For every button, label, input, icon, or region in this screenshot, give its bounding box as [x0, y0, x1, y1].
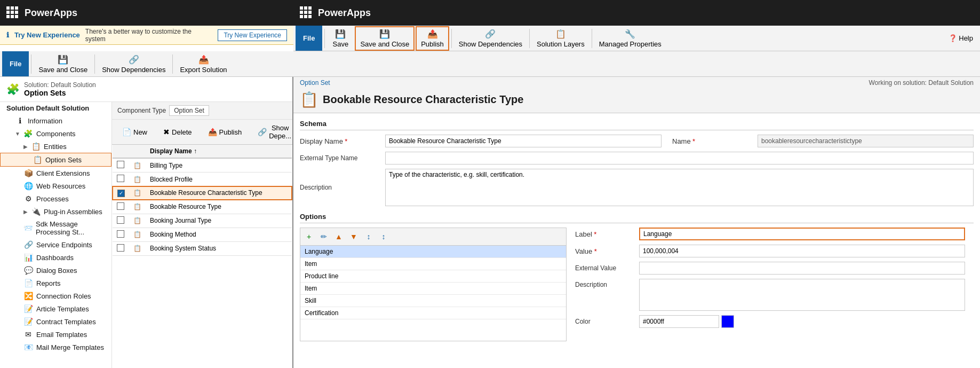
breadcrumb[interactable]: Option Set: [300, 79, 330, 87]
publish-comp-label: Publish: [219, 128, 242, 136]
solution-layers-button[interactable]: 📋 Solution Layers: [532, 26, 589, 51]
sidebar-item-reports[interactable]: 📄 Reports: [0, 277, 111, 289]
pa-logo-left: PowerApps: [25, 7, 77, 19]
row-checkbox[interactable]: [113, 173, 129, 187]
entities-nav-label: Entities: [44, 143, 67, 151]
display-name-input[interactable]: [385, 135, 662, 147]
sidebar-item-option-sets[interactable]: 📋 Option Sets: [0, 153, 111, 167]
col-display-name[interactable]: Display Name ↑: [146, 145, 292, 158]
table-row[interactable]: 📋Blocked Profile: [113, 173, 292, 187]
sidebar-item-article-templates[interactable]: 📝 Article Templates: [0, 302, 111, 315]
service-nav-icon: 🔗: [23, 240, 33, 249]
edit-option-button[interactable]: ✏: [317, 230, 330, 243]
table-row[interactable]: 📋Booking Method: [113, 228, 292, 241]
sidebar-item-components[interactable]: ▼ 🧩 Components: [0, 127, 111, 140]
show-dep-button-right[interactable]: 🔗 Show Dependencies: [454, 26, 527, 51]
external-type-input[interactable]: [385, 152, 974, 165]
try-new-experience-button[interactable]: Try New Experience: [218, 29, 287, 41]
sidebar-item-entities[interactable]: ▶ 📋 Entities: [0, 140, 111, 153]
mail-nav-icon: 📧: [23, 343, 33, 351]
sidebar-item-service-endpoints[interactable]: 🔗 Service Endpoints: [0, 238, 111, 251]
desc-detail-textarea[interactable]: [639, 279, 965, 311]
save-button[interactable]: 💾 Save: [327, 26, 354, 51]
sort-az-button[interactable]: ↕: [362, 230, 375, 243]
sidebar-item-web-resources[interactable]: 🌐 Web Resources: [0, 179, 111, 192]
dash-nav-label: Dashboards: [36, 254, 74, 262]
description-textarea[interactable]: Type of the characteristic, e.g. skill, …: [385, 169, 974, 206]
comp-ribbon: 📄 New ✖ Delete 📤 Publish 🔗: [112, 120, 292, 145]
value-detail-input[interactable]: [639, 245, 965, 257]
row-checkbox[interactable]: [113, 186, 129, 200]
move-down-button[interactable]: ▼: [347, 230, 360, 243]
sidebar-item-information[interactable]: ℹ Information: [0, 114, 111, 127]
name-input[interactable]: [758, 135, 974, 147]
table-row[interactable]: 📋Billing Type: [113, 158, 292, 173]
add-option-button[interactable]: +: [302, 230, 315, 243]
option-sets-title: Option Sets: [24, 89, 96, 97]
sidebar-item-plugin-assemblies[interactable]: ▶ 🔌 Plug-in Assemblies: [0, 205, 111, 218]
row-checkbox[interactable]: [113, 158, 129, 173]
color-detail-input[interactable]: [639, 315, 719, 328]
help-button[interactable]: ❓ Help: [944, 26, 978, 51]
save-close-button[interactable]: 💾 Save and Close: [355, 26, 415, 51]
sidebar-item-contract-templates[interactable]: 📝 Contract Templates: [0, 315, 111, 328]
option-list-item[interactable]: Product line: [300, 270, 566, 283]
label-detail-input[interactable]: [639, 228, 965, 240]
sidebar-item-connection-roles[interactable]: 🔀 Connection Roles: [0, 289, 111, 302]
sidebar-item-dialog-boxes[interactable]: 💬 Dialog Boxes: [0, 264, 111, 277]
export-button-left[interactable]: 📤 Export Solution: [175, 52, 232, 76]
export-label-left: Export Solution: [180, 66, 227, 74]
form-row-description: Description Type of the characteristic, …: [300, 169, 974, 206]
move-up-button[interactable]: ▲: [332, 230, 345, 243]
option-list-item[interactable]: Skill: [300, 295, 566, 307]
solution-nav-header[interactable]: Solution Default Solution: [0, 102, 111, 114]
publish-comp-button[interactable]: 📤 Publish: [203, 126, 247, 138]
delete-comp-icon: ✖: [163, 128, 170, 136]
show-dep-button-left[interactable]: 🔗 Show Dependencies: [97, 52, 170, 76]
save-icon: 💾: [335, 29, 346, 39]
sidebar-item-email-templates[interactable]: ✉ Email Templates: [0, 328, 111, 341]
row-checkbox[interactable]: [113, 200, 129, 214]
save-close-button-left[interactable]: 💾 Save and Close: [34, 52, 92, 76]
row-checkbox[interactable]: [113, 228, 129, 241]
export-icon-left: 📤: [198, 54, 209, 65]
delete-comp-button[interactable]: ✖ Delete: [158, 126, 197, 138]
option-list-item[interactable]: Item: [300, 283, 566, 295]
row-checkbox[interactable]: [113, 241, 129, 255]
sort-za-button[interactable]: ↕: [377, 230, 390, 243]
sidebar-item-dashboards[interactable]: 📊 Dashboards: [0, 251, 111, 264]
sidebar-item-processes[interactable]: ⚙ Processes: [0, 192, 111, 205]
table-row[interactable]: 📋Booking System Status: [113, 241, 292, 255]
file-button-left[interactable]: File: [2, 51, 29, 76]
conn-nav-label: Connection Roles: [36, 292, 91, 300]
solution-icon: 🧩: [6, 83, 20, 96]
table-row[interactable]: 📋Booking Journal Type: [113, 214, 292, 228]
sidebar-item-sdk-message[interactable]: 📨 Sdk Message Processing St...: [0, 218, 111, 238]
external-type-label: External Type Name: [300, 154, 385, 162]
waffle-icon-right[interactable]: [300, 6, 313, 19]
desc-detail-row: Description: [575, 279, 965, 311]
sep2: [451, 29, 452, 48]
comp-type-value: Option Set: [169, 105, 209, 116]
publish-button-right[interactable]: 📤 Publish: [416, 26, 449, 51]
option-list-item[interactable]: Language: [300, 246, 566, 258]
try-banner: ℹ Try New Experience There's a better wa…: [0, 26, 293, 45]
row-checkbox[interactable]: [113, 214, 129, 228]
new-comp-button[interactable]: 📄 New: [117, 126, 152, 138]
save-close-icon-left: 💾: [58, 54, 68, 65]
sidebar-item-mail-merge[interactable]: 📧 Mail Merge Templates: [0, 341, 111, 354]
ext-value-detail-input[interactable]: [639, 262, 965, 275]
sidebar-item-client-extensions[interactable]: 📦 Client Extensions: [0, 167, 111, 179]
waffle-icon-left[interactable]: [6, 6, 19, 19]
table-row[interactable]: 📋Bookable Resource Type: [113, 200, 292, 214]
managed-props-button[interactable]: 🔧 Managed Properties: [594, 26, 666, 51]
save-label: Save: [333, 40, 349, 48]
option-list-item[interactable]: Item: [300, 258, 566, 270]
contract-nav-label: Contract Templates: [36, 318, 96, 326]
show-dep-comp-button[interactable]: 🔗 Show Depe...: [253, 122, 292, 142]
option-list-item[interactable]: Certification: [300, 307, 566, 319]
table-row[interactable]: 📋Bookable Resource Characteristic Type: [113, 186, 292, 200]
color-swatch[interactable]: [721, 315, 734, 328]
file-button[interactable]: File: [296, 26, 322, 51]
client-ext-nav-icon: 📦: [23, 169, 33, 177]
